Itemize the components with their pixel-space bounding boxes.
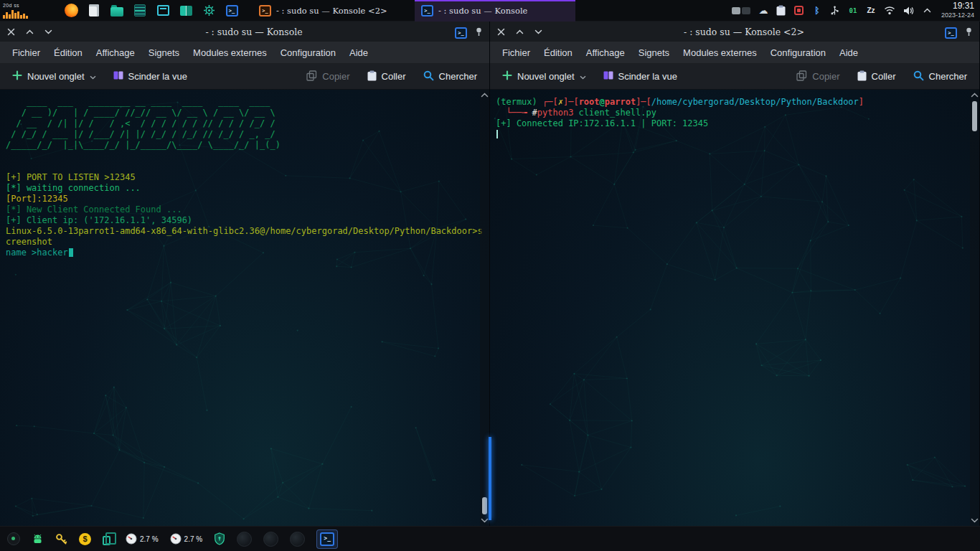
memory-gauge[interactable]: 2.7 %: [170, 533, 203, 545]
key-icon[interactable]: [55, 533, 67, 545]
taskbar-task-1[interactable]: >_- : sudo su — Konsole: [415, 0, 575, 22]
net-speed-indicator[interactable]: 01: [848, 0, 858, 22]
titlebar[interactable]: - : sudo su — Konsole <2> >_: [490, 22, 979, 42]
titlebar[interactable]: - : sudo su — Konsole >_: [0, 22, 489, 42]
terminal-text-segment: name >hacker: [6, 248, 68, 258]
menu-item[interactable]: Configuration: [764, 44, 832, 62]
terminal-line: Linux-6.5.0-13parrot1-amd64-x86_64-with-…: [6, 226, 484, 248]
net-speed-indicator-label: 01: [849, 7, 857, 14]
bluetooth-icon[interactable]: ᛒ: [812, 0, 822, 22]
keep-above-button[interactable]: [514, 26, 524, 37]
search-icon: [913, 70, 924, 83]
taskbar-task-0[interactable]: >_- : sudo su — Konsole <2>: [253, 0, 413, 22]
chevron-down-icon[interactable]: [580, 71, 586, 82]
menu-item[interactable]: Fichier: [496, 44, 537, 62]
copy-button[interactable]: Copier: [300, 66, 356, 88]
volume-icon[interactable]: [903, 0, 915, 22]
clipboard-icon: [367, 70, 377, 83]
find-button[interactable]: Chercher: [417, 66, 484, 88]
menu-item[interactable]: Aide: [343, 44, 374, 62]
wifi-icon[interactable]: [884, 0, 895, 22]
new-tab-button[interactable]: Nouvel onglet: [496, 66, 593, 87]
menu-item[interactable]: Signets: [632, 44, 676, 62]
menu-item[interactable]: Configuration: [274, 44, 342, 62]
terminal-line: [+] PORT TO LISTEN >12345: [6, 172, 484, 183]
scroll-up-arrow-icon[interactable]: [480, 90, 489, 100]
settings-gear-icon[interactable]: [201, 1, 217, 20]
terminal-text-segment: @: [600, 97, 605, 107]
konsole-blue-icon: >_: [421, 4, 433, 17]
shield-icon[interactable]: [214, 532, 225, 545]
chevron-down-icon[interactable]: [90, 71, 96, 82]
menu-item[interactable]: Édition: [537, 44, 579, 62]
pager-icon[interactable]: [732, 0, 750, 22]
paste-button[interactable]: Coller: [361, 66, 413, 88]
chevron-up-icon[interactable]: [923, 0, 933, 22]
copy-button[interactable]: Copier: [790, 66, 846, 88]
terminal-text-segment: parrot: [605, 97, 636, 107]
scroll-down-arrow-icon[interactable]: [970, 516, 979, 525]
scrollbar-thumb[interactable]: [972, 101, 977, 131]
folder-icon[interactable]: [109, 1, 125, 20]
menu-item[interactable]: Signets: [142, 44, 186, 62]
firefox-icon[interactable]: [63, 1, 79, 20]
keep-awake-indicator[interactable]: Zz: [866, 0, 876, 22]
pin-icon[interactable]: [473, 26, 484, 37]
top-panel: 20d ss >_ >_- : sudo su — Konsole <2>>_-…: [0, 0, 980, 22]
recorder-icon[interactable]: [794, 0, 804, 22]
terminal-line: [*] New Client Connected Found ...: [6, 204, 484, 215]
menu-item[interactable]: Fichier: [6, 44, 47, 62]
konsole-launcher-icon[interactable]: >_: [224, 1, 240, 20]
ascii-art-line: / __ )/ | / ____/ //_// __ \/ __ \ / __ …: [6, 108, 484, 118]
konsole-taskbar-icon[interactable]: >_: [316, 529, 338, 549]
close-button[interactable]: [496, 26, 506, 37]
android-icon[interactable]: [32, 533, 44, 545]
keep-below-button[interactable]: [43, 26, 53, 37]
potion-icon[interactable]: [7, 532, 20, 545]
text-editor-icon[interactable]: [132, 1, 148, 20]
terminal-text-segment: [*] waiting connection ...: [6, 183, 141, 193]
split-view-button[interactable]: Scinder la vue: [597, 67, 684, 86]
copy-icon: [306, 70, 317, 83]
terminal-cursor: [496, 130, 498, 138]
app-slot-1[interactable]: [237, 532, 252, 547]
book-icon[interactable]: [178, 1, 194, 20]
terminal-area[interactable]: ____ ___ ________ __ ____ ____ ____ ____…: [0, 90, 489, 526]
terminal-line: [+] Connected IP:172.16.1.1 | PORT: 1234…: [496, 118, 974, 129]
menu-item[interactable]: Aide: [833, 44, 864, 62]
keep-above-button[interactable]: [24, 26, 34, 37]
split-view-button[interactable]: Scinder la vue: [107, 67, 194, 86]
menu-item[interactable]: Affichage: [580, 44, 631, 62]
dollar-icon[interactable]: $: [79, 533, 91, 545]
clipboard-icon[interactable]: [776, 0, 786, 22]
terminal-line: (termux) ┌─[✗]─[root@parrot]─[/home/cybe…: [496, 97, 974, 108]
cpu-gauge[interactable]: 2.7 %: [126, 533, 159, 545]
close-button[interactable]: [6, 26, 16, 37]
terminal-line: [6, 151, 484, 161]
package-icon[interactable]: [155, 1, 171, 20]
terminal-area[interactable]: (termux) ┌─[✗]─[root@parrot]─[/home/cybe…: [490, 90, 979, 526]
system-monitor-widget[interactable]: 20d ss: [1, 2, 34, 19]
new-document-icon[interactable]: [86, 1, 102, 20]
pin-icon[interactable]: [963, 26, 974, 37]
scrollbar[interactable]: [970, 90, 979, 526]
menu-item[interactable]: Édition: [47, 44, 89, 62]
cloud-icon[interactable]: ☁: [758, 0, 768, 22]
gauge-label: 2.7 %: [140, 535, 159, 543]
clock[interactable]: 19:31 2023-12-24: [941, 1, 976, 19]
menu-item[interactable]: Modules externes: [677, 44, 763, 62]
copy-widget-icon[interactable]: [103, 532, 114, 545]
find-button[interactable]: Chercher: [907, 66, 974, 88]
scroll-up-arrow-icon[interactable]: [970, 90, 979, 100]
paste-button[interactable]: Coller: [851, 66, 903, 88]
new-tab-button[interactable]: Nouvel onglet: [6, 66, 103, 87]
keep-below-button[interactable]: [533, 26, 543, 37]
terminal-text-segment: /home/cybergorad/Desktop/Python/Backdoor: [651, 97, 859, 107]
scrollbar-thumb[interactable]: [482, 497, 487, 514]
app-slot-3[interactable]: [290, 532, 305, 547]
terminal-text-segment: ✗: [558, 97, 563, 107]
connector-icon[interactable]: [830, 0, 840, 22]
menu-item[interactable]: Modules externes: [187, 44, 273, 62]
app-slot-2[interactable]: [263, 532, 278, 547]
menu-item[interactable]: Affichage: [90, 44, 141, 62]
